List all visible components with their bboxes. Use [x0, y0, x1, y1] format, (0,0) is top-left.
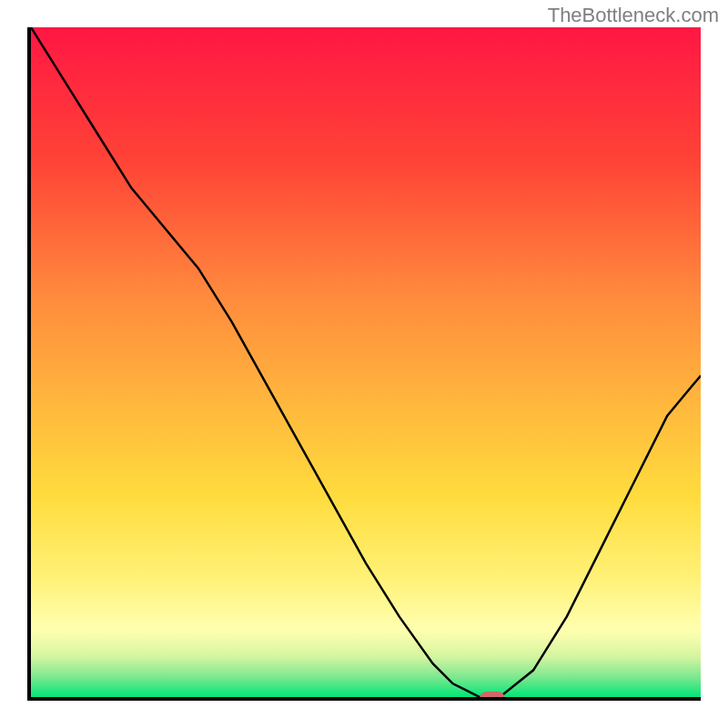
optimal-marker — [480, 692, 505, 701]
plot-area — [27, 27, 701, 701]
chart-container: TheBottleneck.com — [0, 0, 728, 728]
bottleneck-curve — [31, 27, 701, 697]
curve-layer — [31, 27, 701, 697]
watermark-text: TheBottleneck.com — [548, 4, 719, 27]
